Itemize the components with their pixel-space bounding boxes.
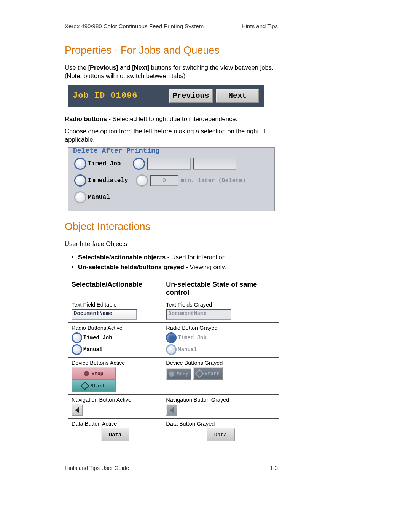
row-label: Text Field Editable [72,302,159,308]
row-label: Device Buttons Grayed [166,360,275,366]
footer-right: 1-3 [270,465,278,471]
row-label: Data Button Grayed [166,421,275,427]
start-button-grayed: Start [193,367,223,380]
data-button-active[interactable]: Data [101,428,129,441]
radio-timed-job[interactable] [74,158,86,170]
para-choose: Choose one option from the left before m… [65,127,278,144]
row-label: Navigation Button Grayed [166,397,275,403]
data-button-grayed: Data [207,428,235,441]
radio-immediately-sub-disabled [136,174,148,187]
start-icon [195,369,204,378]
min-later-label: min. later (Delete) [181,177,246,184]
list-item: Un-selectable fields/buttons grayed - Vi… [78,262,278,272]
row-label: Text Fields Grayed [166,302,275,308]
timed-input-2[interactable] [193,158,236,170]
th-selectable: Selectable/Actionable [68,278,162,299]
radio-timed-sub[interactable] [133,158,145,170]
radio-manual-label: Manual [88,194,125,201]
text-field-editable[interactable]: DocumentName [72,309,137,320]
radio-active[interactable] [72,332,82,343]
delete-after-printing-group: Delete After Printing Timed Job Immediat… [68,147,275,211]
stop-button-active[interactable]: Stop [72,367,116,380]
stop-button-grayed: Stop [166,368,191,380]
row-label: Data Button Active [72,421,159,427]
row-label: Radio Button Grayed [166,325,275,331]
radio-grayed [166,344,177,355]
row-label: Device Buttons Active [72,360,159,366]
stop-icon [84,371,89,376]
footer-left: Hints and Tips User Guide [65,465,129,471]
list-item: Selectable/actionable objects - Used for… [78,252,278,262]
text-field-grayed: DocumentName [166,309,231,320]
header-left: Xerox 490/980 Color Continuous Feed Prin… [65,23,204,29]
minutes-input-disabled: 0 [150,175,178,186]
uio-list: Selectable/actionable objects - Used for… [65,252,278,272]
th-unselectable: Un-selectable State of same control [162,278,279,299]
nav-back-button-grayed [166,404,177,416]
triangle-left-icon [75,407,79,413]
radio-immediately[interactable] [74,174,86,187]
heading-object-interactions: Object Interactions [65,221,278,233]
stop-icon [169,371,174,377]
para-prevnext: Use the [Previous] and [Next] buttons fo… [65,63,278,80]
radio-grayed [166,332,177,343]
previous-button[interactable]: Previous [169,89,213,103]
para-uio: User Interface Objects [65,240,278,248]
header-right: Hints and Tips [242,23,278,29]
dap-legend: Delete After Printing [72,147,268,155]
radio-timed-job-label: Timed Job [88,160,125,167]
radio-immediately-label: Immediately [88,177,128,184]
nav-back-button-active[interactable] [72,404,83,416]
radio-manual-disabled [74,191,86,203]
comparison-table: Selectable/Actionable Un-selectable Stat… [68,278,279,444]
row-label: Navigation Button Active [72,397,159,403]
start-icon [81,382,89,390]
timed-input-1[interactable] [147,158,191,170]
job-id-label: Job ID 01096 [73,91,137,101]
start-button-active[interactable]: Start [72,380,116,392]
next-button[interactable]: Next [216,89,259,103]
row-label: Radio Buttons Active [72,325,159,331]
para-radio: Radio buttons - Selected left to right d… [65,115,278,123]
job-nav-bar: Job ID 01096 Previous Next [68,85,264,107]
radio-active[interactable] [72,344,82,355]
heading-properties: Properties - For Jobs and Queues [65,45,278,56]
triangle-left-icon [170,407,174,413]
